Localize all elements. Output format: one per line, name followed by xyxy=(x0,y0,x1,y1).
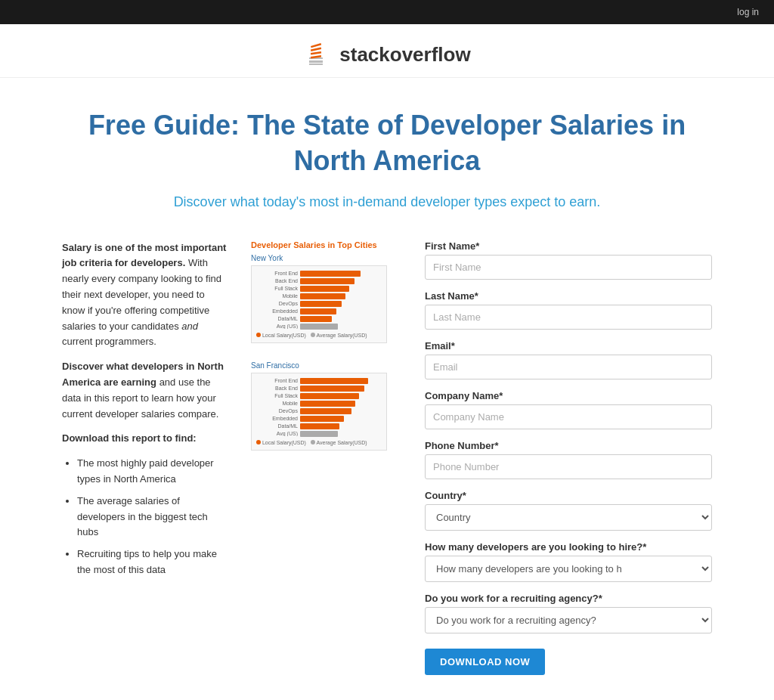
list-item: The average salaries of developers in th… xyxy=(77,494,228,540)
email-label: Email* xyxy=(425,340,712,352)
company-label: Company Name* xyxy=(425,390,712,401)
agency-label: Do you work for a recruiting agency?* xyxy=(425,593,712,604)
first-name-group: First Name* xyxy=(425,240,712,280)
download-button[interactable]: DOWNLOAD NOW xyxy=(425,649,545,675)
country-label: Country* xyxy=(425,490,712,501)
chart-legend: Local Salary(USD) Average Salary(USD) xyxy=(256,333,382,338)
chart-new-york: New York Front End Back End Full Stack xyxy=(251,254,402,343)
header: stackoverflow xyxy=(0,24,774,78)
phone-input[interactable] xyxy=(425,454,712,479)
bullet-list: The most highly paid developer types in … xyxy=(77,456,228,578)
chart-san-francisco: San Francisco Front End Back End Full St… xyxy=(251,361,402,451)
bar-row: DevOps xyxy=(256,301,382,307)
svg-rect-0 xyxy=(309,60,323,63)
developers-group: How many developers are you looking to h… xyxy=(425,541,712,582)
form-column: First Name* Last Name* Email* Company Na… xyxy=(425,240,712,675)
page-title: Free Guide: The State of Developer Salar… xyxy=(62,108,712,179)
intro-paragraph2: Discover what developers in North Americ… xyxy=(62,359,228,422)
bar-row: Avg (US) xyxy=(256,324,382,330)
bar-row: Data/ML xyxy=(256,316,382,322)
intro-paragraph3: Download this report to find: xyxy=(62,431,228,447)
last-name-input[interactable] xyxy=(425,305,712,330)
list-item: The most highly paid developer types in … xyxy=(77,456,228,488)
page-subtitle: Discover what today's most in-demand dev… xyxy=(62,194,712,210)
bar-row: Front End xyxy=(256,378,382,384)
first-name-input[interactable] xyxy=(425,255,712,280)
stackoverflow-logo-icon xyxy=(303,39,333,70)
chart-section-title: Developer Salaries in Top Cities xyxy=(251,240,402,249)
bar-row: Full Stack xyxy=(256,393,382,399)
bar-row: Embedded xyxy=(256,308,382,314)
svg-rect-5 xyxy=(311,48,321,51)
email-group: Email* xyxy=(425,340,712,379)
login-link[interactable]: log in xyxy=(737,7,759,17)
chart-city-label: New York xyxy=(251,254,402,262)
bar-row: Back End xyxy=(256,278,382,284)
bar-row: Mobile xyxy=(256,293,382,299)
svg-rect-2 xyxy=(309,63,323,65)
email-input[interactable] xyxy=(425,355,712,379)
list-item: Recruiting tips to help you make the mos… xyxy=(77,547,228,578)
svg-rect-6 xyxy=(311,43,321,48)
developers-select[interactable]: How many developers are you looking to h… xyxy=(425,556,712,582)
logo: stackoverflow xyxy=(303,39,470,70)
charts-column: Developer Salaries in Top Cities New Yor… xyxy=(251,240,402,469)
bar-row: Mobile xyxy=(256,401,382,407)
company-input[interactable] xyxy=(425,404,712,429)
intro-paragraph1: Salary is one of the most important job … xyxy=(62,240,228,351)
phone-label: Phone Number* xyxy=(425,440,712,451)
bar-row: Front End xyxy=(256,271,382,277)
content-area: Salary is one of the most important job … xyxy=(62,240,712,675)
chart-city-label: San Francisco xyxy=(251,361,402,370)
last-name-group: Last Name* xyxy=(425,290,712,330)
bar-row: DevOps xyxy=(256,408,382,414)
main-content: Free Guide: The State of Developer Salar… xyxy=(47,78,727,700)
svg-rect-4 xyxy=(311,51,321,54)
developers-label: How many developers are you looking to h… xyxy=(425,541,712,553)
chart-visual: Front End Back End Full Stack Mobile xyxy=(251,373,387,451)
first-name-label: First Name* xyxy=(425,240,712,252)
chart-visual: Front End Back End Full Stack Mobile xyxy=(251,265,387,343)
country-group: Country* Country United States Canada Un… xyxy=(425,490,712,531)
bar-row: Back End xyxy=(256,386,382,392)
left-column: Salary is one of the most important job … xyxy=(62,240,228,584)
top-bar: log in xyxy=(0,0,774,24)
intro-text1-end: current programmers. xyxy=(62,336,156,347)
bar-row: Embedded xyxy=(256,416,382,422)
agency-select[interactable]: Do you work for a recruiting agency? Yes… xyxy=(425,607,712,633)
agency-group: Do you work for a recruiting agency?* Do… xyxy=(425,593,712,633)
company-group: Company Name* xyxy=(425,390,712,429)
country-select[interactable]: Country United States Canada United King… xyxy=(425,504,712,531)
intro-italic1: and xyxy=(181,321,198,332)
bar-row: Full Stack xyxy=(256,286,382,292)
logo-text: stackoverflow xyxy=(339,43,470,67)
bar-row: Data/ML xyxy=(256,423,382,429)
chart-legend: Local Salary(USD) Average Salary(USD) xyxy=(256,440,382,445)
bar-row: Avg (US) xyxy=(256,431,382,437)
phone-group: Phone Number* xyxy=(425,440,712,479)
lead-form: First Name* Last Name* Email* Company Na… xyxy=(425,240,712,675)
last-name-label: Last Name* xyxy=(425,290,712,302)
